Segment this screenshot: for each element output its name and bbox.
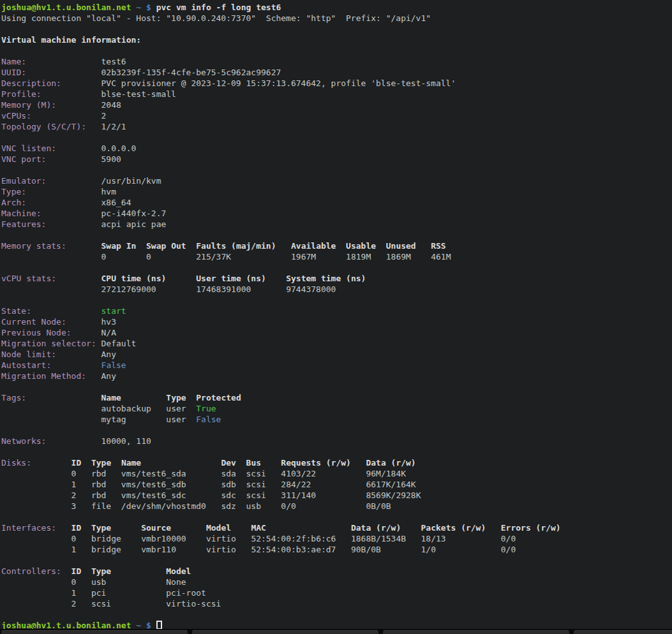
terminal-text: rbd	[91, 469, 106, 478]
field-label: Name:	[1, 57, 26, 66]
field-label: Migration Method:	[1, 371, 86, 381]
field-label: Autostart:	[1, 360, 51, 370]
terminal-text: autobackup	[101, 404, 151, 413]
taskbar-segment[interactable]	[1, 630, 188, 634]
terminal-text: 461M	[431, 252, 451, 262]
terminal-text: 0	[71, 577, 77, 587]
blank-line	[1, 45, 672, 56]
terminal-text: 2	[71, 490, 77, 500]
terminal-text: 0	[71, 469, 77, 478]
field-label: UUID:	[1, 68, 26, 77]
field-value: 5900	[101, 154, 121, 164]
terminal-text: MAC	[251, 523, 265, 533]
terminal-text: 8569K/2928K	[366, 490, 421, 500]
terminal-text: Errors (r/w)	[501, 523, 561, 533]
field-value: Any	[101, 371, 116, 381]
terminal-text: 311/140	[281, 490, 316, 500]
terminal-text: 1	[71, 588, 77, 598]
taskbar-segment[interactable]	[574, 630, 672, 634]
terminal-text: file	[91, 501, 111, 511]
terminal-text: Data (r/w)	[351, 523, 401, 533]
connection-info-line: Using connection "local" - Host: "10.90.…	[1, 13, 672, 24]
blank-line	[1, 381, 672, 392]
field-migration-selector: Migration selector: Default	[1, 338, 672, 349]
terminal-text: 1819M	[346, 252, 371, 262]
terminal-text: Data (r/w)	[366, 458, 415, 468]
tags-header: Tags: Name Type Protected	[1, 392, 672, 403]
terminal-text: ID	[71, 523, 82, 533]
terminal-text: 0/0	[281, 501, 295, 511]
field-label: Features:	[1, 219, 46, 229]
terminal-text: 96M/184K	[366, 469, 406, 478]
vcpu-stats-header: vCPU stats: CPU time (ns) User time (ns)…	[1, 273, 672, 284]
field-label: Disks:	[1, 458, 31, 468]
text-cursor[interactable]	[156, 621, 162, 630]
command-text: pvc vm info -f long test6	[156, 3, 281, 12]
terminal-text: Requests (r/w)	[281, 458, 351, 468]
taskbar-segment[interactable]	[192, 630, 378, 634]
terminal-text: True	[196, 404, 216, 413]
field-label: VNC listen:	[1, 144, 56, 153]
tag-row: autobackup user True	[1, 403, 672, 414]
terminal-text: scsi	[246, 469, 266, 478]
terminal-text: Swap Out	[146, 241, 186, 251]
field-value: pc-i440fx-2.7	[101, 209, 167, 218]
field-value: blse-test-small	[101, 89, 176, 99]
disk-row: 1 rbd vms/test6_sdb sdb scsi 284/22 6617…	[1, 479, 672, 490]
section-title: Virtual machine information:	[1, 34, 672, 45]
blank-line	[1, 609, 672, 620]
field-value: False	[101, 360, 126, 370]
terminal-text: virtio	[206, 545, 236, 554]
field-memory: Memory (M): 2048	[1, 100, 672, 110]
blank-line	[1, 262, 672, 273]
field-label: Previous Node:	[1, 328, 71, 337]
terminal-text: /dev/shm/vhostmd0	[121, 501, 206, 511]
terminal-screen[interactable]: joshua@hv1.t.u.bonilan.net ~ $ pvc vm in…	[0, 0, 672, 630]
terminal-text: pci	[91, 588, 106, 598]
field-value: 10000, 110	[101, 436, 151, 446]
field-label: Node limit:	[1, 350, 56, 359]
terminal-text: Type	[166, 393, 186, 402]
terminal-text: pci-root	[166, 588, 206, 598]
field-value: hvm	[101, 187, 116, 196]
field-label: Tags:	[1, 393, 26, 402]
field-label: Current Node:	[1, 317, 66, 327]
terminal-text: Using connection "local" - Host: "10.90.…	[1, 13, 431, 23]
terminal-text: scsi	[246, 480, 266, 489]
vm-state-value: start	[101, 306, 126, 316]
terminal-text: Available	[291, 241, 336, 251]
terminal-text: Swap In	[101, 241, 137, 251]
terminal-text: 52:54:00:2f:b6:c6	[251, 534, 336, 543]
terminal-text: Unused	[386, 241, 416, 251]
field-value: test6	[101, 57, 126, 66]
field-label: Topology (S/C/T):	[1, 122, 86, 131]
interface-row: 0 bridge vmbr10000 virtio 52:54:00:2f:b6…	[1, 533, 672, 544]
field-uuid: UUID: 02b3239f-135f-4cfe-be75-5c962ac996…	[1, 67, 672, 78]
field-features: Features: acpi apic pae	[1, 219, 672, 230]
terminal-text: None	[166, 577, 186, 587]
terminal-text: 0	[146, 252, 151, 262]
taskbar-segment[interactable]	[383, 630, 569, 634]
field-autostart: Autostart: False	[1, 360, 672, 371]
terminal-text: 9744378000	[286, 284, 336, 294]
terminal-text: Dev	[221, 458, 235, 468]
field-label: vCPU stats:	[1, 274, 56, 283]
terminal-text: bridge	[91, 534, 121, 543]
terminal-text: sda	[221, 469, 235, 478]
field-node-limit: Node limit: Any	[1, 349, 672, 360]
terminal-text: sdb	[221, 480, 235, 489]
terminal-text: 0	[101, 252, 107, 262]
terminal-text: Model	[206, 523, 231, 533]
field-label: Memory (M):	[1, 100, 56, 110]
field-value: PVC provisioner @ 2023-12-09 15:37:13.67…	[101, 78, 456, 88]
prompt-line: joshua@hv1.t.u.bonilan.net ~ $ pvc vm in…	[1, 2, 672, 13]
terminal-text: virtio	[206, 534, 236, 543]
terminal-text: 4103/22	[281, 469, 316, 478]
terminal-text: Type	[91, 458, 111, 468]
terminal-text: Type	[91, 523, 111, 533]
field-label: Migration selector:	[1, 339, 96, 348]
terminal-text: Model	[166, 566, 191, 576]
terminal-text: vms/test6_sda	[121, 469, 186, 478]
terminal-text: vmbr10000	[141, 534, 186, 543]
memory-stats-header: Memory stats: Swap In Swap Out Faults (m…	[1, 240, 672, 251]
